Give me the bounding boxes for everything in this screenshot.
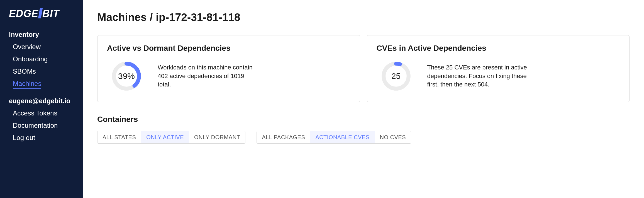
- filter-tab-only-dormant[interactable]: ONLY DORMANT: [189, 131, 245, 143]
- donut-active-dormant: 39%: [111, 61, 142, 92]
- sidebar-item-sboms[interactable]: SBOMs: [0, 65, 83, 78]
- filter-row: ALL STATES ONLY ACTIVE ONLY DORMANT ALL …: [97, 131, 630, 144]
- page-title: Machines / ip-172-31-81-118: [97, 11, 630, 23]
- cards-row: Active vs Dormant Dependencies 39% Workl…: [97, 35, 630, 102]
- sidebar-item-machines[interactable]: Machines: [0, 78, 83, 90]
- sidebar-item-log-out[interactable]: Log out: [0, 132, 83, 144]
- donut-active-dormant-label: 39%: [111, 61, 142, 92]
- filter-tab-all-packages[interactable]: ALL PACKAGES: [257, 131, 310, 143]
- main-content: Machines / ip-172-31-81-118 Active vs Do…: [83, 0, 644, 198]
- sidebar-item-documentation[interactable]: Documentation: [0, 119, 83, 132]
- card-active-dormant-title: Active vs Dormant Dependencies: [107, 44, 350, 53]
- donut-cves-label: 25: [380, 61, 412, 92]
- card-cves-desc: These 25 CVEs are present in active depe…: [427, 63, 528, 89]
- card-active-dormant-desc: Workloads on this machine contain 402 ac…: [158, 63, 258, 89]
- card-cves-title: CVEs in Active Dependencies: [377, 44, 620, 53]
- logo-right: BIT: [42, 8, 59, 19]
- filter-tab-all-states[interactable]: ALL STATES: [97, 131, 141, 143]
- filter-group-state: ALL STATES ONLY ACTIVE ONLY DORMANT: [97, 131, 245, 144]
- nav-section-user: eugene@edgebit.io: [0, 95, 83, 107]
- logo-left: EDGE: [9, 8, 38, 19]
- sidebar: EDGEBIT Inventory Overview Onboarding SB…: [0, 0, 83, 198]
- donut-cves: 25: [380, 61, 412, 92]
- filter-tab-actionable-cves[interactable]: ACTIONABLE CVES: [310, 131, 375, 143]
- containers-heading: Containers: [97, 115, 630, 124]
- filter-group-package: ALL PACKAGES ACTIONABLE CVES NO CVES: [257, 131, 411, 144]
- sidebar-item-access-tokens[interactable]: Access Tokens: [0, 107, 83, 119]
- filter-tab-only-active[interactable]: ONLY ACTIVE: [141, 131, 189, 143]
- card-active-dormant: Active vs Dormant Dependencies 39% Workl…: [97, 35, 360, 102]
- sidebar-item-onboarding[interactable]: Onboarding: [0, 53, 83, 65]
- logo-text: EDGEBIT: [9, 8, 59, 20]
- logo: EDGEBIT: [0, 8, 83, 28]
- card-cves: CVEs in Active Dependencies 25 These 25 …: [367, 35, 630, 102]
- filter-tab-no-cves[interactable]: NO CVES: [375, 131, 411, 143]
- sidebar-item-overview[interactable]: Overview: [0, 41, 83, 53]
- nav-section-inventory: Inventory: [0, 28, 83, 41]
